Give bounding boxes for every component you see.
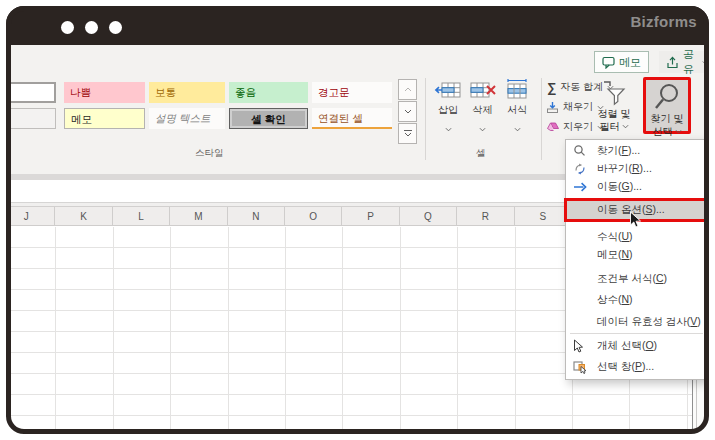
column-header-K[interactable]: K (55, 207, 112, 225)
clear-label: 지우기 (563, 120, 593, 134)
chevron-down-icon (445, 127, 452, 132)
insert-cells-icon (433, 79, 463, 101)
sort-filter-label-1: 정렬 및 (598, 107, 631, 120)
menu-item-label: 데이터 유효성 검사(V) (597, 315, 701, 329)
window: Bizforms 메모 공유 (6, 6, 709, 434)
titlebar: Bizforms (6, 6, 709, 45)
menu-item-replace[interactable]: 바꾸기(R)... (566, 159, 707, 178)
cells-button-label: 서식 (507, 103, 527, 117)
menu-item-select-objects[interactable]: 개체 선택(O) (566, 336, 707, 355)
cells-button-label: 삭제 (473, 103, 493, 117)
style-cell-explain[interactable]: 설명 텍스트 (149, 108, 225, 129)
chevron-down-icon (404, 109, 412, 114)
cells-button-delete[interactable]: 삭제 (466, 79, 500, 141)
sort-filter-button[interactable]: 정렬 및 필터 (592, 80, 636, 133)
menu-item-label: 상수(N) (597, 293, 633, 307)
cells-group-label: 셀 (476, 147, 486, 160)
column-header-P[interactable]: P (342, 207, 399, 225)
find-select-label-2: 선택 (653, 125, 673, 138)
find-icon (573, 144, 586, 157)
menu-item-selection-pane[interactable]: 선택 창(P)... (566, 357, 707, 376)
share-icon (666, 56, 679, 69)
menu-item-label: 찾기(F)... (597, 144, 640, 158)
share-button[interactable]: 공유 (659, 51, 709, 73)
menu-item-goto[interactable]: 이동(G)... (566, 177, 707, 196)
format-cells-icon (502, 79, 532, 101)
style-cell-partial-1[interactable] (6, 82, 56, 103)
gallery-more-button[interactable] (398, 123, 417, 144)
goto-icon (573, 182, 587, 192)
menu-item-notes[interactable]: 메모(N) (566, 245, 707, 264)
sort-filter-icon (602, 80, 626, 107)
menu-item-constants[interactable]: 상수(N) (566, 290, 707, 309)
style-cell-check[interactable]: 셀 확인 (229, 108, 308, 129)
mouse-cursor-icon (629, 211, 642, 233)
column-header-O[interactable]: O (285, 207, 342, 225)
delete-cells-icon (468, 79, 498, 101)
menu-item-label: 바꾸기(R)... (597, 162, 652, 176)
chevron-down-icon (702, 60, 708, 65)
window-dot-1[interactable] (61, 21, 74, 34)
cells-button-label: 삽입 (438, 103, 458, 117)
share-label: 공유 (683, 47, 698, 77)
fill-label: 채우기 (563, 100, 593, 114)
menu-separator (570, 333, 703, 334)
column-header-M[interactable]: M (170, 207, 227, 225)
group-divider (425, 78, 426, 160)
style-cell-good[interactable]: 좋음 (229, 82, 308, 103)
style-cell-warning[interactable]: 경고문 (312, 82, 392, 103)
selection-pane-icon (573, 360, 587, 374)
comments-button[interactable]: 메모 (594, 51, 649, 73)
comments-label: 메모 (619, 55, 641, 70)
style-cell-note[interactable]: 메모 (64, 108, 145, 129)
find-select-label-1: 찾기 및 (651, 112, 684, 125)
chevron-down-icon (479, 127, 486, 132)
cells-button-insert[interactable]: 삽입 (431, 79, 465, 141)
gallery-scroll-down-button[interactable] (398, 101, 417, 122)
group-divider (541, 78, 542, 160)
style-cell-neutral[interactable]: 보통 (149, 82, 225, 103)
comment-bubble-icon (602, 56, 615, 69)
find-select-menu: 찾기(F)...바꾸기(R)...이동(G)...이동 옵션(S)...수식(U… (565, 139, 708, 380)
brand-logo: Bizforms (630, 13, 697, 30)
chevron-down-icon (404, 132, 412, 137)
fill-down-icon (546, 101, 559, 114)
window-dot-2[interactable] (85, 21, 98, 34)
column-header-J[interactable]: J (6, 207, 55, 225)
eraser-icon (546, 121, 559, 133)
menu-item-label: 메모(N) (597, 248, 633, 262)
screenshot-root: Bizforms 메모 공유 (0, 0, 715, 440)
find-select-button[interactable]: 찾기 및 선택 (643, 77, 691, 134)
menu-item-find[interactable]: 찾기(F)... (566, 141, 707, 160)
cells-button-format[interactable]: 서식 (500, 79, 534, 141)
column-header-Q[interactable]: Q (400, 207, 457, 225)
menu-item-label: 이동(G)... (597, 180, 642, 194)
style-cell-bad[interactable]: 나쁨 (64, 82, 145, 103)
sigma-icon: ∑ (547, 82, 556, 93)
magnifier-icon (651, 82, 683, 114)
menu-item-conditional-formatting[interactable]: 조건부 서식(C) (566, 269, 707, 288)
menu-item-label: 조건부 서식(C) (597, 272, 667, 286)
menu-item-label: 수식(U) (597, 230, 633, 244)
replace-icon (573, 162, 587, 175)
window-dot-3[interactable] (109, 21, 122, 34)
sort-filter-label-2: 필터 (600, 120, 620, 133)
chevron-down-icon (675, 129, 682, 134)
style-cell-partial-2[interactable] (6, 108, 56, 129)
menu-item-label: 선택 창(P)... (597, 360, 654, 374)
chevron-down-icon (622, 124, 629, 129)
select-objects-icon (573, 339, 584, 353)
menu-item-data-validation[interactable]: 데이터 유효성 검사(V) (566, 312, 707, 331)
chevron-up-icon (404, 87, 412, 92)
styles-group-label: 스타일 (195, 147, 224, 160)
gallery-scroll-up-button[interactable] (398, 79, 417, 100)
column-header-R[interactable]: R (457, 207, 514, 225)
chevron-down-icon (514, 127, 521, 132)
column-header-N[interactable]: N (228, 207, 285, 225)
menu-item-label: 개체 선택(O) (597, 339, 657, 353)
column-header-L[interactable]: L (113, 207, 170, 225)
style-cell-linked[interactable]: 연결된 셀 (312, 108, 392, 129)
